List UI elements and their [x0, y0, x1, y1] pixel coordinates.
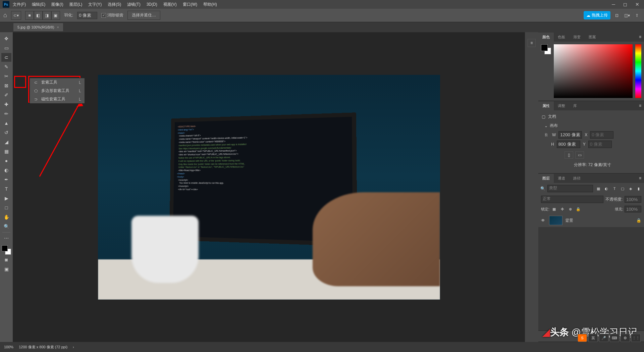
lock-icon[interactable]: 🔒 [636, 218, 641, 223]
swatches-tab[interactable]: 色板 [554, 33, 569, 42]
foreground-background-swatch[interactable] [2, 245, 11, 255]
adjustments-tab[interactable]: 调整 [554, 101, 569, 110]
ctx-polygonal-lasso[interactable]: ⬠ 多边形套索工具 L [30, 87, 85, 95]
height-input[interactable] [557, 141, 580, 148]
ime-language[interactable]: 英 [588, 334, 598, 342]
canvas-section-toggle[interactable]: ⌄ 画布 [544, 123, 641, 129]
antialias-checkbox[interactable]: 消除锯齿 [101, 12, 123, 18]
color-tab[interactable]: 颜色 [538, 33, 554, 42]
channels-tab[interactable]: 通道 [554, 174, 569, 183]
path-selection-tool[interactable]: ▶ [1, 194, 11, 203]
menu-window[interactable]: 窗口(W) [180, 0, 200, 9]
zoom-level[interactable]: 100% [4, 345, 13, 349]
menu-select[interactable]: 选择(S) [105, 0, 124, 9]
hand-tool[interactable]: ✋ [1, 213, 11, 221]
marquee-tool[interactable]: ▭ [1, 44, 11, 52]
fill-input[interactable] [625, 206, 641, 212]
lock-all-icon[interactable]: 🔒 [575, 206, 582, 212]
document-dimensions[interactable]: 1200 像素 x 800 像素 (72 ppi) [19, 345, 67, 350]
share-icon-button[interactable]: ⇪ [633, 12, 641, 19]
eyedropper-tool[interactable]: ✐ [1, 91, 11, 99]
patterns-tab[interactable]: 图案 [585, 33, 600, 42]
canvas-area[interactable]: <!DOCTYPE html> <html lang="en"> <head> … [13, 32, 525, 342]
panel-menu-icon[interactable]: ≡ [636, 103, 644, 108]
minimize-button[interactable]: ─ [610, 1, 617, 8]
frame-tool[interactable]: ⊠ [1, 81, 11, 90]
hue-slider[interactable] [635, 44, 641, 98]
lock-pixels-icon[interactable]: ▦ [551, 206, 557, 212]
healing-brush-tool[interactable]: ✚ [1, 100, 11, 109]
blend-mode-select[interactable]: 正常 [541, 196, 603, 203]
move-tool[interactable]: ✥ [1, 34, 11, 43]
lock-artboard-icon[interactable]: ⊕ [567, 206, 574, 212]
eraser-tool[interactable]: ◢ [1, 138, 11, 146]
filter-adjustment-icon[interactable]: ◐ [603, 185, 610, 192]
ime-voice-icon[interactable]: 🎤 [599, 334, 608, 342]
layer-thumbnail[interactable] [549, 216, 562, 225]
selection-new[interactable]: ■ [25, 11, 34, 20]
filter-shape-icon[interactable]: ▢ [619, 185, 626, 192]
gradients-tab[interactable]: 渐变 [569, 33, 585, 42]
color-picker-field[interactable] [554, 44, 633, 98]
panel-menu-icon[interactable]: ≡ [636, 35, 644, 39]
pen-tool[interactable]: ✒ [1, 175, 11, 184]
filter-pixel-icon[interactable]: ▦ [595, 185, 602, 192]
feather-input[interactable] [77, 12, 97, 19]
libraries-tab[interactable]: 库 [569, 101, 581, 110]
maximize-button[interactable]: ◻ [621, 1, 629, 8]
layers-tab[interactable]: 图层 [538, 174, 554, 183]
document-canvas[interactable]: <!DOCTYPE html> <html lang="en"> <head> … [98, 75, 440, 300]
color-swatch[interactable] [541, 44, 551, 54]
quick-mask-mode[interactable]: ◙ [1, 255, 11, 264]
menu-layer[interactable]: 图层(L) [67, 0, 85, 9]
home-button[interactable]: ⌂ [3, 12, 7, 19]
layer-filter-select[interactable]: 类型 [547, 185, 593, 192]
selection-intersect[interactable]: ▣ [51, 11, 60, 20]
dodge-tool[interactable]: ◐ [1, 166, 11, 174]
paths-tab[interactable]: 路径 [569, 174, 585, 183]
gradient-tool[interactable]: ▦ [1, 147, 11, 156]
lock-position-icon[interactable]: ✜ [559, 206, 566, 212]
menu-type[interactable]: 文字(Y) [86, 0, 104, 9]
quick-selection-tool[interactable]: ✎ [1, 62, 11, 71]
properties-tab[interactable]: 属性 [538, 101, 554, 110]
close-button[interactable]: ✕ [633, 1, 641, 8]
zoom-tool[interactable]: 🔍 [1, 222, 11, 231]
visibility-toggle-icon[interactable]: 👁 [541, 218, 546, 223]
selection-subtract[interactable]: ◨ [43, 11, 51, 20]
ime-more-icon[interactable]: ⋮⋮ [631, 334, 641, 342]
filter-smart-icon[interactable]: ◈ [627, 185, 634, 192]
lasso-tool[interactable]: ⊂ [1, 53, 11, 62]
type-tool[interactable]: T [1, 185, 11, 193]
menu-edit[interactable]: 编辑(E) [29, 0, 48, 9]
layer-item[interactable]: 👁 背景 🔒 [538, 214, 644, 228]
crop-tool[interactable]: ✂ [1, 72, 11, 81]
brush-tool[interactable]: ✏ [1, 109, 11, 118]
blur-tool[interactable]: ● [1, 156, 11, 165]
foreground-color[interactable] [2, 245, 8, 251]
tool-preset[interactable]: ⊂▾ [11, 11, 21, 20]
menu-file[interactable]: 文件(F) [10, 0, 29, 9]
cloud-upload-button[interactable]: ☁ 拖拽上传 [584, 11, 610, 19]
ctx-magnetic-lasso[interactable]: ⊃ 磁性套索工具 L [30, 95, 85, 103]
search-icon-button[interactable]: ⊡ [613, 12, 621, 19]
clone-stamp-tool[interactable]: ▲ [1, 119, 11, 128]
link-icon[interactable]: ⎘ [545, 133, 547, 137]
screen-mode[interactable]: ▣ [1, 265, 11, 273]
selection-add[interactable]: ◧ [34, 11, 43, 20]
opacity-input[interactable] [625, 196, 641, 203]
panel-menu-icon[interactable]: ≡ [636, 176, 644, 181]
menu-view[interactable]: 视图(V) [161, 0, 179, 9]
arrange-documents-button[interactable]: ◫▾ [623, 12, 631, 19]
edit-toolbar[interactable]: ⋯ [1, 234, 11, 243]
select-and-mask-button[interactable]: 选择并遮住… [127, 11, 160, 20]
rectangle-tool[interactable]: □ [1, 203, 11, 212]
width-input[interactable] [558, 131, 582, 139]
menu-image[interactable]: 图像(I) [49, 0, 66, 9]
collapsed-panel-icon[interactable]: ≡ [528, 39, 536, 47]
orientation-landscape[interactable]: ▭ [575, 151, 584, 159]
menu-help[interactable]: 帮助(H) [201, 0, 220, 9]
orientation-portrait[interactable]: ▯ [565, 151, 573, 159]
filter-type-icon[interactable]: T [611, 185, 618, 192]
menu-3d[interactable]: 3D(D) [144, 1, 160, 8]
